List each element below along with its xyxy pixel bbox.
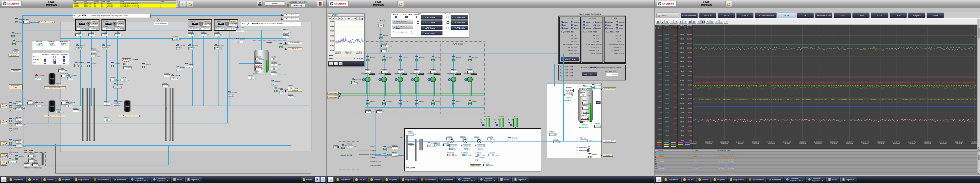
valve-XV2369[interactable]: XV2369 (452, 56, 456, 62)
pvps-remote-local-button[interactable]: ▶PVPS Remote Local (393, 25, 413, 29)
valve-BV4529[interactable]: BV4529 (279, 43, 283, 49)
taskbar-item-sequences[interactable]: Sequences (512, 177, 528, 182)
legend-row-eh3288[interactable]: 13 EH3288 32.80 [L] 4/29/2025 12:53:06 P… (655, 168, 977, 170)
acknowledge-alarm-button[interactable]: ✓ (179, 1, 186, 7)
valve-CV3520[interactable]: CV35200.0 % (35, 74, 39, 81)
turbines-tag[interactable]: Turbines (91, 20, 99, 22)
taskbar-item-utilities[interactable]: Utilities (301, 177, 314, 182)
valve-CV4309[interactable]: CV4309100.0 % (8, 158, 12, 164)
vlp7-enable-button[interactable]: ✔VLP7 Enable (450, 26, 468, 30)
tab-vacuum[interactable]: VACUUM (699, 13, 716, 18)
vacuum-pump-VP2350[interactable]: VP2350 TSH2350 M (430, 77, 436, 82)
vacuum-pump-VP2320[interactable]: VP2320 TSH2320 M (381, 77, 387, 82)
valve-XV2351[interactable]: XV2351 (431, 100, 435, 106)
chart-vertical-scrollbar[interactable]: ▲▼ (977, 25, 980, 149)
taskbar-item-parameters[interactable]: ⚙Parameters (112, 177, 128, 182)
alarm-row[interactable]: 4/20/20253:06:03 PM400PAH4571Turbine T35… (73, 3, 176, 4)
taskbar-item-commands[interactable]: CommandsSequences WCS (129, 177, 150, 182)
valve-CV3555[interactable]: CV3555100.0 % (113, 83, 117, 89)
legend-row-st3570[interactable]: 8 ST3570 1993 4/29/2025 12:52:49 PM (655, 159, 977, 161)
user-avatar[interactable] (257, 1, 263, 7)
valve-CV3480[interactable]: CV34803.0 % (227, 91, 231, 97)
zoom-vertical-icon[interactable]: ⊘ (345, 17, 347, 20)
tab-2k[interactable]: 2K (797, 13, 814, 18)
valve-CV3570[interactable]: CV357067.6 % (188, 44, 192, 51)
valve-CV3482[interactable]: CV348264.5 % (271, 80, 275, 86)
cc-graph-link[interactable]: Graph 3100A: 3110 (606, 31, 619, 33)
zoom-in-icon[interactable]: ⊕ (338, 17, 341, 20)
valve-CV3595[interactable]: CV35950.0 % (176, 66, 180, 72)
legend-row-lt5300[interactable]: 5 LT5300 57.85 4/29/2025 12:53:21 PM (655, 154, 977, 155)
valve-XV2339[interactable]: XV2339 (398, 56, 402, 62)
grid-icon[interactable]: ▦ (354, 17, 356, 20)
zoom-horizontal-icon[interactable]: ⬌ (670, 20, 674, 24)
valve-XV2341[interactable]: XV2341 (415, 100, 419, 106)
zoom-out-icon[interactable]: ⊖ (660, 20, 665, 24)
valve-EV4500[interactable]: EV4500 (11, 32, 15, 38)
logged-user-field[interactable]: admin (265, 2, 285, 6)
exit-button[interactable] (317, 1, 323, 7)
vessel-A3550[interactable]: A3550 (124, 100, 131, 112)
turbine-T3590[interactable]: T3590 Turbines 1.503 ✕ ST35901533 Hz PT4… (214, 19, 238, 30)
vlp2-enable-button[interactable]: ✔VLP2 Enable (421, 20, 442, 25)
taskbar-home-button[interactable]: ⌂ (328, 177, 334, 182)
ads-checkbox-clean-1[interactable] (54, 56, 56, 58)
legend-row-eh3545[interactable]: 10 EH3545 39.00 [L] 4/29/2025 12:53:06 P… (655, 162, 977, 164)
pause-icon[interactable]: ❚❚ (360, 17, 363, 20)
taskbar-item-regeneration[interactable]: Regeneration (73, 177, 91, 182)
vacuum-pump-VP2370[interactable]: VP2370 TSH2370 M (467, 77, 473, 82)
zoom-reset-icon[interactable]: ⊙ (335, 17, 338, 20)
valve-EV4300[interactable]: EV4300 (12, 40, 16, 46)
setpoint-value[interactable]: 75.00 (252, 22, 258, 24)
vlp1-enable-button[interactable]: ✔VLP1 Enable (421, 15, 442, 19)
valve-XV4315[interactable]: XV4315 (8, 128, 13, 133)
vlp-available-checkbox-4[interactable] (417, 32, 419, 34)
valve-CV3466[interactable]: CV346690.9 % (279, 88, 283, 95)
table-icon[interactable]: ▤ (692, 20, 696, 24)
valve-CV3599[interactable]: CV3599100.0 % (185, 63, 189, 69)
home-icon[interactable]: ⌂ (329, 62, 333, 66)
ads-checkbox-available-1[interactable] (54, 59, 56, 61)
legend-row-eh3484[interactable]: 11 EH3484 67.00 [L] 4/29/2025 12:53:06 P… (655, 164, 977, 166)
tab-t-3570[interactable]: T 3570 (871, 13, 888, 18)
taskbar-item-regeneration[interactable]: Regeneration (400, 177, 418, 182)
vlp-available-checkbox-5[interactable] (447, 16, 449, 18)
cold-compressor-machine-CC3210[interactable] (513, 118, 518, 127)
hide-tag-button[interactable]: Hide Tag (290, 3, 305, 7)
ads-checkbox-dirty-2[interactable] (63, 61, 65, 64)
legend-scrollbar[interactable]: ▲▼ (977, 152, 980, 175)
pan-icon[interactable]: ✥ (348, 17, 350, 20)
y-axis-speed[interactable] (670, 25, 678, 149)
vlp5-enable-button[interactable]: ✔VLP5 Enable (450, 15, 468, 19)
alarm-row[interactable]: 4/25/20256:39:30 PM415PDAH4573Turbine T3… (73, 6, 176, 8)
valve-XV2331[interactable]: XV2331 (398, 100, 402, 106)
legend-row-st3530[interactable]: 6 ST3530 2003 4/29/2025 12:53:19 PM (655, 155, 977, 157)
valve-CV3590[interactable]: CV359052.1 % (214, 44, 218, 51)
tab-t-3530[interactable]: T 3530 (834, 13, 851, 18)
taskbar-item-2k-system[interactable]: 2K system (383, 177, 399, 182)
valve-EV4510[interactable]: EV4510 (341, 144, 345, 150)
clock-icon[interactable]: ◷ (357, 17, 360, 20)
vlp-available-checkbox-7[interactable] (447, 27, 449, 29)
tab-analyseur[interactable]: Analyseur (908, 13, 925, 18)
taskbar-item-cold-box[interactable]: Cold box (26, 177, 41, 182)
taskbar-item-compressors[interactable]: Compressors (334, 177, 352, 182)
gear-icon[interactable]: ⚙ (339, 62, 342, 66)
ads-checkbox-available-0[interactable] (44, 59, 46, 61)
turbine-T3570[interactable]: T3570 Turbines 1.503 ✕ ST35701998 Hz PT4… (188, 19, 212, 30)
valve-CV3462[interactable]: CV3462100.0 % (235, 26, 240, 33)
taskbar-item-compressors[interactable]: Compressors (663, 177, 680, 182)
cc-graph-link[interactable]: Graph 3100C: 3110 (561, 31, 574, 33)
tab-cb-temperature[interactable]: CB TEMPERATURE (755, 13, 776, 18)
valve-XV2329[interactable]: XV2329 (382, 56, 386, 62)
tab-t-3560[interactable]: T 3560 (853, 13, 870, 18)
pause-icon[interactable]: ❚❚ (701, 20, 705, 24)
cold-compressor-machine-CC3230[interactable] (486, 118, 490, 127)
valve-XV2309[interactable]: XV2309 (379, 34, 383, 40)
silence-horn-button[interactable] (187, 1, 193, 7)
alarm-row[interactable]: 4/25/20256:39:30 PM315PDAH4563Turbine T3… (73, 4, 176, 6)
valve-CV3545[interactable]: CV354581.3 % (74, 62, 78, 68)
trend-legend-table[interactable]: NameY valueX value/time stamp 4 CV3482 1… (655, 149, 980, 175)
cc-graph-link[interactable]: Graph 3100B: 3110 (583, 31, 597, 33)
taskbar-item-turbines[interactable]: Turbines (697, 177, 711, 182)
